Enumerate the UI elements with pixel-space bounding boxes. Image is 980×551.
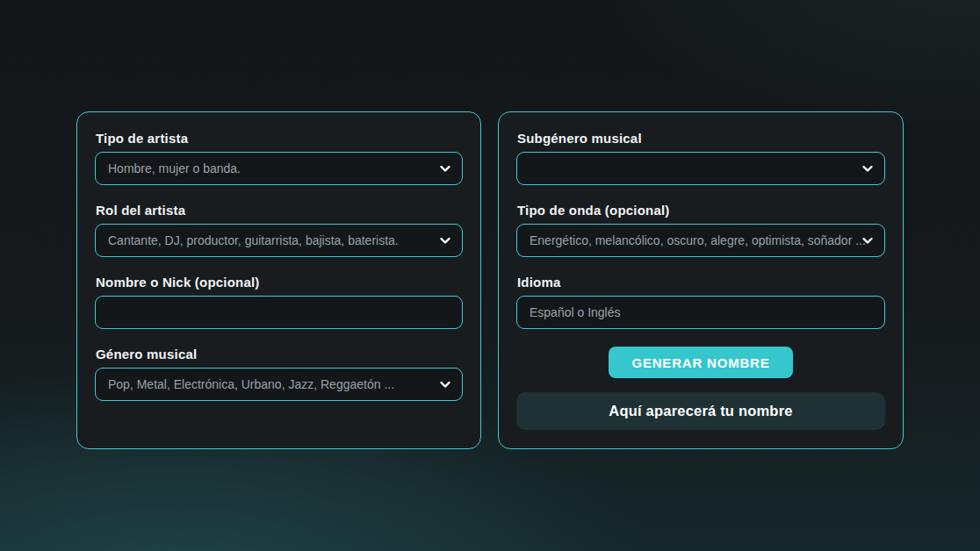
tipo-de-artista-select[interactable]: Hombre, mujer o banda. [95,152,463,185]
tipo-de-onda-select-value: Energético, melancólico, oscuro, alegre,… [530,233,872,247]
tipo-de-onda-label: Tipo de onda (opcional) [517,203,885,218]
field-group-tipo-de-onda: Tipo de onda (opcional) Energético, mela… [516,203,885,257]
tipo-de-artista-select-value: Hombre, mujer o banda. [108,161,450,175]
generator-panel: Subgénero musical Tipo de onda (opcional… [498,111,904,449]
field-group-tipo-de-artista: Tipo de artista Hombre, mujer o banda. [95,131,463,185]
page-background: Tipo de artista Hombre, mujer o banda. R… [0,0,980,551]
field-group-nombre-nick: Nombre o Nick (opcional) [95,275,463,329]
artist-details-panel: Tipo de artista Hombre, mujer o banda. R… [76,111,481,449]
genero-musical-select-value: Pop, Metal, Electrónica, Urbano, Jazz, R… [108,377,450,391]
subgenero-musical-label: Subgénero musical [517,131,885,146]
genero-musical-select[interactable]: Pop, Metal, Electrónica, Urbano, Jazz, R… [95,368,463,401]
idioma-label: Idioma [517,275,885,290]
field-group-genero-musical: Género musical Pop, Metal, Electrónica, … [95,347,463,401]
rol-del-artista-select-value: Cantante, DJ, productor, guitarrista, ba… [108,233,450,247]
result-placeholder-box: Aquí aparecerá tu nombre [516,392,885,430]
tipo-de-onda-select[interactable]: Energético, melancólico, oscuro, alegre,… [516,224,885,257]
subgenero-musical-select[interactable] [516,152,885,185]
generar-nombre-button[interactable]: GENERAR NOMBRE [609,347,792,378]
field-group-rol-del-artista: Rol del artista Cantante, DJ, productor,… [95,203,463,257]
genero-musical-label: Género musical [96,347,463,361]
chevron-down-icon [861,161,875,175]
field-group-idioma: Idioma [516,275,885,329]
rol-del-artista-label: Rol del artista [96,203,463,218]
form-panels-container: Tipo de artista Hombre, mujer o banda. R… [76,111,904,449]
field-group-subgenero-musical: Subgénero musical [516,131,885,185]
idioma-input[interactable] [516,296,885,329]
rol-del-artista-select[interactable]: Cantante, DJ, productor, guitarrista, ba… [95,224,463,257]
nombre-nick-input[interactable] [95,296,463,329]
nombre-nick-label: Nombre o Nick (opcional) [96,275,463,290]
tipo-de-artista-label: Tipo de artista [96,131,463,146]
